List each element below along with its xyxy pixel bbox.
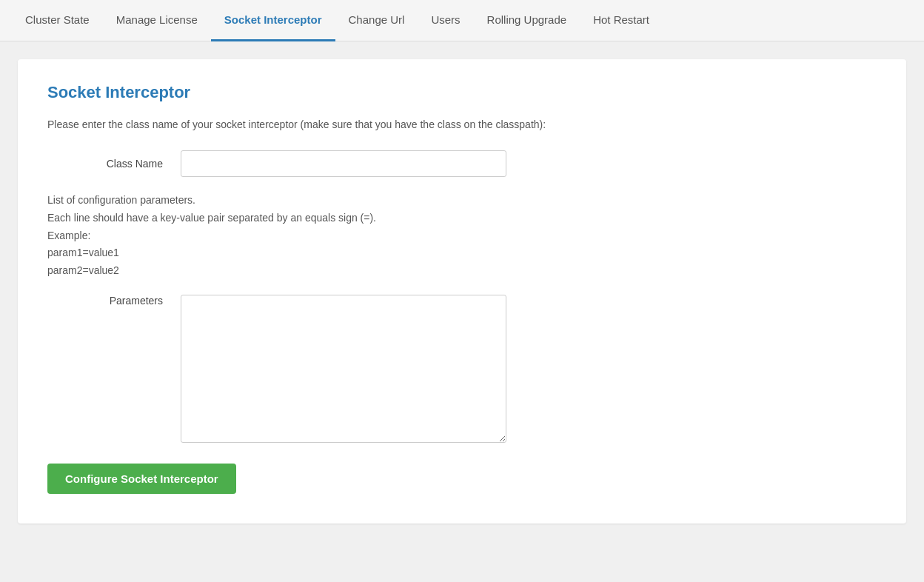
configure-socket-interceptor-button[interactable]: Configure Socket Interceptor — [47, 464, 236, 494]
page-description: Please enter the class name of your sock… — [47, 117, 877, 133]
class-name-input[interactable] — [181, 150, 506, 177]
main-content: Socket Interceptor Please enter the clas… — [0, 41, 924, 541]
params-info-line1: List of configuration parameters. — [47, 192, 877, 210]
params-info-line5: param2=value2 — [47, 262, 877, 280]
parameters-textarea[interactable] — [181, 295, 506, 443]
page-title: Socket Interceptor — [47, 83, 877, 102]
params-info: List of configuration parameters. Each l… — [47, 192, 877, 280]
card: Socket Interceptor Please enter the clas… — [18, 59, 906, 524]
parameters-label: Parameters — [47, 295, 181, 307]
params-info-line4: param1=value1 — [47, 244, 877, 262]
class-name-group: Class Name — [47, 150, 877, 177]
nav-item-socket-interceptor[interactable]: Socket Interceptor — [211, 0, 335, 41]
nav-item-manage-license[interactable]: Manage License — [103, 0, 211, 41]
class-name-label: Class Name — [47, 158, 181, 170]
nav-item-rolling-upgrade[interactable]: Rolling Upgrade — [474, 0, 580, 41]
parameters-group: Parameters — [47, 295, 877, 443]
nav-item-change-url[interactable]: Change Url — [335, 0, 418, 41]
nav-item-cluster-state[interactable]: Cluster State — [12, 0, 103, 41]
nav-item-users[interactable]: Users — [418, 0, 473, 41]
params-info-line2: Each line should have a key-value pair s… — [47, 210, 877, 227]
nav-item-hot-restart[interactable]: Hot Restart — [580, 0, 663, 41]
params-info-line3: Example: — [47, 227, 877, 245]
nav-bar: Cluster State Manage License Socket Inte… — [0, 0, 924, 41]
